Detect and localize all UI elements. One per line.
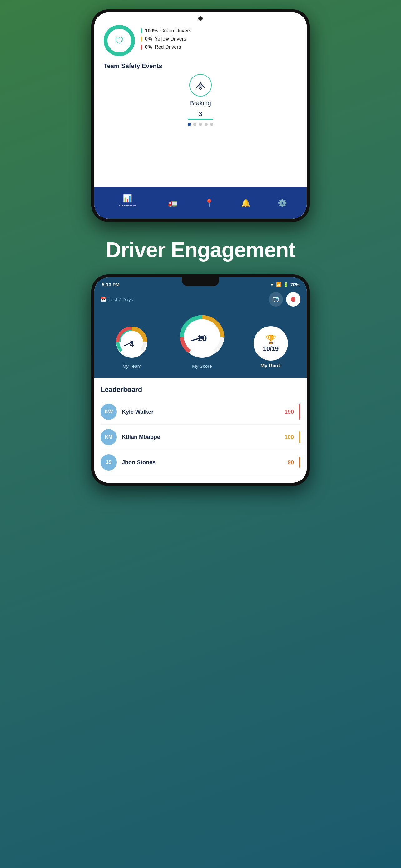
phone1: 🛡 100% Green Drivers 0% Yellow Drivers (91, 9, 310, 222)
my-score-value: 10 (197, 333, 207, 343)
svg-point-2 (274, 301, 275, 302)
rank-value: 10/19 (263, 345, 278, 352)
nav-settings[interactable]: ⚙️ (278, 199, 287, 208)
score-area: 4 My Team (94, 311, 307, 378)
my-score-label: My Score (192, 363, 212, 369)
nav-trips[interactable]: 🚛 (168, 199, 177, 208)
action-buttons: ⏺ (269, 292, 300, 307)
date-filter-row: 📅 Last 7 Days ⏺ (94, 290, 307, 311)
score-km: 100 (285, 434, 294, 440)
my-team-value: 4 (130, 340, 134, 348)
team-safety-section: Team Safety Events Braking 3 (104, 62, 297, 126)
score-js: 90 (288, 459, 294, 466)
my-team-gauge: 4 (113, 323, 151, 361)
phone1-camera (198, 16, 203, 21)
phone2: 5:13 PM ▼ 📶 🔋 70% 📅 Last 7 Days (91, 274, 310, 486)
bottom-nav: 📊 Dashboard 🚛 📍 🔔 ⚙️ (94, 187, 307, 219)
driver-donut: 🛡 (104, 25, 135, 56)
dot-2 (193, 123, 196, 126)
lb-row-1: KW Kyle Walker 190 (101, 399, 300, 425)
carousel-dots (104, 123, 297, 126)
bar-kw (299, 404, 300, 420)
pct-red: 0% Red Drivers (141, 44, 192, 50)
name-km: Ktlian Mbappe (122, 434, 279, 440)
dot-5 (210, 123, 213, 126)
nav-dashboard[interactable]: 📊 Dashboard (114, 192, 141, 208)
yellow-label: Yellow Drivers (155, 36, 186, 42)
pct-green: 100% Green Drivers (141, 28, 192, 34)
green-bar-icon (141, 28, 142, 33)
gear-icon: ⚙️ (278, 199, 287, 208)
bar-km (299, 431, 300, 443)
car-check-icon (272, 296, 279, 303)
signal-icon: 📶 (276, 282, 281, 287)
team-safety-title: Team Safety Events (104, 62, 297, 70)
leaderboard-title: Leaderboard (101, 385, 300, 394)
rank-circle: 🏆 10/19 (254, 326, 288, 361)
avatar-kw: KW (101, 404, 117, 420)
rank-label: My Rank (261, 363, 281, 369)
date-filter-button[interactable]: 📅 Last 7 Days (101, 297, 133, 302)
nav-location[interactable]: 📍 (205, 199, 214, 208)
yellow-bar-icon (141, 36, 142, 41)
trips-icon: 🚛 (168, 199, 177, 208)
red-pct: 0% (145, 44, 152, 50)
name-kw: Kyle Walker (122, 409, 279, 415)
lb-row-2: KM Ktlian Mbappe 100 (101, 425, 300, 450)
red-bar-icon (141, 45, 142, 50)
calendar-icon: 📅 (101, 297, 106, 302)
my-team-label: My Team (123, 363, 141, 369)
dashboard-icon: 📊 (123, 194, 132, 203)
section-heading: Driver Engagement (106, 238, 295, 262)
dot-1 (188, 123, 191, 126)
red-label: Red Drivers (155, 44, 181, 50)
svg-point-1 (200, 88, 201, 89)
my-rank-card: 🏆 10/19 My Rank (254, 326, 288, 369)
notch (182, 277, 219, 286)
score-kw: 190 (285, 409, 294, 415)
record-icon: ⏺ (290, 295, 297, 303)
svg-point-3 (277, 301, 278, 302)
avatar-km: KM (101, 429, 117, 445)
yellow-pct: 0% (145, 36, 152, 42)
dot-4 (205, 123, 208, 126)
dot-3 (199, 123, 202, 126)
car-check-button[interactable] (269, 292, 283, 307)
avatar-initials-km: KM (105, 434, 113, 440)
bell-icon: 🔔 (241, 199, 250, 208)
battery-icon: 🔋 (283, 282, 289, 287)
status-right: ▼ 📶 🔋 70% (270, 282, 299, 287)
braking-label: Braking (190, 100, 211, 107)
braking-icon-circle (189, 74, 212, 97)
status-time: 5:13 PM (102, 282, 120, 287)
record-button[interactable]: ⏺ (286, 292, 300, 307)
date-filter-label: Last 7 Days (108, 297, 133, 302)
pct-yellow: 0% Yellow Drivers (141, 36, 192, 42)
avatar-initials-js: JS (106, 460, 112, 465)
green-label: Green Drivers (160, 28, 192, 34)
trophy-icon: 🏆 (265, 334, 276, 345)
phone2-screen: 5:13 PM ▼ 📶 🔋 70% 📅 Last 7 Days (94, 277, 307, 483)
lb-row-3: JS Jhon Stones 90 (101, 450, 300, 475)
braking-value: 3 (188, 110, 213, 120)
phone1-content: 🛡 100% Green Drivers 0% Yellow Drivers (94, 12, 307, 187)
my-team-card: 4 My Team (113, 323, 151, 369)
nav-alerts[interactable]: 🔔 (241, 199, 250, 208)
braking-icon (194, 79, 207, 92)
name-js: Jhon Stones (122, 459, 282, 466)
shield-icon: 🛡 (115, 36, 124, 46)
wifi-icon: ▼ (270, 282, 274, 287)
avatar-js: JS (101, 454, 117, 470)
avatar-initials-kw: KW (105, 409, 113, 415)
phone1-screen: 🛡 100% Green Drivers 0% Yellow Drivers (94, 12, 307, 219)
leaderboard-section: Leaderboard KW Kyle Walker 190 KM Ktlian… (94, 378, 307, 483)
nav-dashboard-label: Dashboard (119, 204, 136, 208)
driver-stats-row: 🛡 100% Green Drivers 0% Yellow Drivers (104, 25, 297, 56)
driver-percentages: 100% Green Drivers 0% Yellow Drivers 0% … (141, 25, 192, 50)
braking-section: Braking 3 (104, 74, 297, 120)
location-icon: 📍 (205, 199, 214, 208)
my-score-card: 10 My Score (179, 314, 226, 369)
my-score-gauge: 10 (179, 314, 226, 361)
battery-pct: 70% (291, 282, 299, 287)
bar-js (299, 457, 300, 468)
